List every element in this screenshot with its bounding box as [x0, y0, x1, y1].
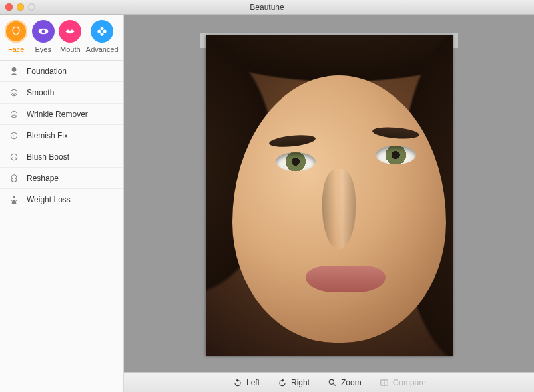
svg-point-14 [11, 157, 13, 158]
tab-eyes-label: Eyes [35, 45, 51, 53]
svg-point-5 [101, 33, 104, 36]
tool-label: Blush Boost [27, 152, 69, 162]
svg-point-6 [101, 30, 103, 32]
rotate-left-icon [232, 378, 243, 387]
tool-weight-loss[interactable]: Weight Loss [0, 189, 123, 210]
tool-blemish-fix[interactable]: Blemish Fix [0, 125, 123, 146]
svg-point-12 [15, 135, 16, 136]
compare-button[interactable]: Compare [379, 378, 426, 387]
app-body: Face Eyes Mouth Advanced [0, 15, 534, 392]
zoom-icon [327, 378, 338, 387]
tab-advanced[interactable]: Advanced [86, 20, 119, 53]
svg-point-1 [41, 30, 45, 33]
svg-point-13 [11, 154, 17, 160]
svg-point-11 [13, 134, 14, 136]
tool-label: Reshape [27, 174, 59, 183]
svg-point-10 [11, 132, 17, 138]
compare-icon [379, 378, 390, 387]
face-icon [5, 20, 27, 43]
smooth-icon [8, 87, 20, 99]
reshape-icon [8, 172, 20, 184]
lips-icon [59, 20, 81, 43]
weight-icon [8, 194, 20, 206]
zoom-label: Zoom [341, 378, 362, 387]
tab-mouth[interactable]: Mouth [59, 20, 81, 53]
tool-label: Wrinkle Remover [27, 110, 88, 119]
svg-point-16 [13, 196, 15, 198]
svg-point-8 [11, 89, 17, 95]
tab-advanced-label: Advanced [86, 45, 119, 53]
rotate-right-label: Right [291, 378, 310, 387]
tab-face[interactable]: Face [5, 20, 27, 53]
titlebar: Beautune [0, 0, 534, 15]
wrinkle-icon [8, 108, 20, 120]
editor-area: Open Export Share Print Undo [124, 15, 534, 392]
svg-point-3 [98, 30, 101, 33]
svg-point-7 [12, 67, 17, 72]
tool-wrinkle-remover[interactable]: Wrinkle Remover [0, 104, 123, 125]
category-tabs: Face Eyes Mouth Advanced [0, 15, 123, 61]
svg-point-2 [101, 27, 104, 30]
blush-icon [8, 151, 20, 163]
foundation-icon [8, 65, 20, 77]
tab-eyes[interactable]: Eyes [32, 20, 55, 53]
tool-foundation[interactable]: Foundation [0, 61, 123, 82]
photo-preview [206, 35, 453, 356]
blemish-icon [8, 130, 20, 142]
bottom-toolbar: Left Right Zoom Compare [124, 372, 534, 392]
tool-label: Smooth [27, 88, 54, 97]
compare-label: Compare [393, 378, 426, 387]
eye-icon [32, 20, 55, 43]
window-title: Beautune [0, 3, 534, 12]
svg-point-4 [103, 30, 107, 33]
rotate-left-button[interactable]: Left [232, 378, 260, 387]
zoom-button[interactable]: Zoom [327, 378, 362, 387]
rotate-right-button[interactable]: Right [277, 378, 310, 387]
rotate-right-icon [277, 378, 288, 387]
tool-label: Weight Loss [27, 195, 71, 204]
tool-reshape[interactable]: Reshape [0, 168, 123, 189]
tab-face-label: Face [8, 45, 24, 53]
sidebar: Face Eyes Mouth Advanced [0, 15, 124, 392]
svg-point-15 [15, 157, 17, 158]
tool-list: Foundation Smooth Wrinkle Remover Blemis… [0, 61, 123, 210]
canvas[interactable] [124, 15, 534, 372]
tool-label: Foundation [27, 67, 67, 76]
rotate-left-label: Left [246, 378, 260, 387]
tab-mouth-label: Mouth [60, 45, 81, 53]
svg-point-17 [329, 379, 334, 384]
tool-blush-boost[interactable]: Blush Boost [0, 146, 123, 168]
tool-label: Blemish Fix [27, 131, 68, 140]
tool-smooth[interactable]: Smooth [0, 82, 123, 104]
flower-icon [91, 20, 113, 43]
